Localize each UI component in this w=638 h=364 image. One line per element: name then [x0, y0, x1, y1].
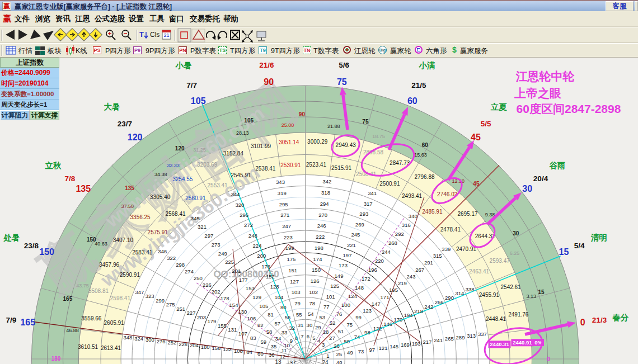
svg-text:2560.91: 2560.91	[185, 195, 206, 201]
svg-text:200: 200	[257, 253, 266, 259]
svg-text:5: 5	[312, 335, 315, 341]
svg-text:74: 74	[354, 334, 360, 340]
svg-text:21/5: 21/5	[411, 81, 426, 89]
svg-text:0: 0	[580, 318, 585, 327]
svg-text:84: 84	[246, 349, 252, 355]
svg-text:2568.41: 2568.41	[165, 211, 186, 217]
svg-text:246: 246	[317, 223, 326, 229]
svg-text:195: 195	[389, 287, 398, 293]
svg-text:9: 9	[290, 338, 293, 344]
svg-text:78: 78	[309, 300, 316, 306]
svg-text:45: 45	[473, 181, 480, 187]
svg-text:153: 153	[246, 285, 255, 291]
svg-text:15.63: 15.63	[414, 152, 427, 158]
svg-text:242: 242	[424, 304, 433, 310]
svg-text:135: 135	[76, 184, 91, 193]
svg-text:53: 53	[319, 314, 325, 320]
svg-text:30: 30	[513, 230, 519, 237]
svg-text:125: 125	[330, 283, 339, 289]
svg-text:3254.55: 3254.55	[172, 176, 193, 182]
svg-text:131: 131	[228, 327, 237, 333]
svg-text:202: 202	[212, 289, 221, 295]
svg-text:219: 219	[398, 280, 407, 286]
svg-text:56: 56	[285, 314, 291, 320]
svg-text:295: 295	[279, 201, 288, 207]
svg-text:2493.41: 2493.41	[402, 193, 423, 199]
svg-text:3051.14: 3051.14	[279, 139, 299, 145]
svg-text:102: 102	[309, 289, 318, 295]
svg-text:81: 81	[268, 311, 274, 318]
svg-text:90: 90	[299, 111, 306, 117]
svg-text:251: 251	[176, 306, 185, 312]
svg-text:275: 275	[166, 301, 175, 308]
svg-text:315: 315	[433, 253, 442, 259]
svg-text:2847.73: 2847.73	[390, 160, 410, 166]
svg-text:50: 50	[344, 338, 350, 344]
svg-text:220: 220	[375, 258, 384, 264]
svg-text:28: 28	[323, 329, 329, 335]
svg-text:105: 105	[259, 303, 268, 309]
svg-text:245: 245	[351, 231, 360, 238]
svg-text:343: 343	[276, 179, 285, 185]
svg-text:128: 128	[270, 283, 279, 290]
svg-text:248: 248	[248, 233, 257, 239]
svg-text:18.75: 18.75	[372, 134, 385, 139]
svg-text:29: 29	[315, 324, 321, 330]
svg-text:25: 25	[336, 351, 342, 357]
svg-text:276: 276	[157, 338, 166, 344]
svg-text:177: 177	[239, 277, 248, 283]
svg-text:5/4: 5/4	[574, 242, 585, 250]
svg-text:204: 204	[190, 342, 199, 348]
svg-text:2470.91: 2470.91	[456, 246, 477, 252]
svg-text:大暑: 大暑	[104, 102, 120, 111]
svg-text:34.38: 34.38	[154, 172, 167, 177]
svg-text:3: 3	[322, 342, 325, 348]
svg-text:0: 0	[547, 356, 550, 362]
svg-text:2478.41: 2478.41	[440, 226, 461, 233]
svg-text:228: 228	[179, 341, 187, 347]
svg-text:341: 341	[368, 190, 377, 196]
svg-text:148: 148	[355, 285, 364, 291]
svg-text:立秋: 立秋	[44, 161, 62, 170]
svg-text:127: 127	[290, 278, 299, 285]
svg-text:37.50: 37.50	[121, 204, 134, 209]
svg-text:2485.91: 2485.91	[422, 209, 443, 215]
svg-text:45: 45	[471, 133, 481, 142]
svg-text:107: 107	[238, 330, 247, 337]
svg-text:15: 15	[538, 289, 545, 295]
svg-text:13: 13	[275, 359, 282, 364]
svg-text:155: 155	[218, 323, 227, 329]
svg-text:243: 243	[407, 273, 416, 280]
svg-text:101: 101	[326, 294, 335, 300]
svg-text:273: 273	[212, 242, 221, 248]
svg-text:小暑: 小暑	[175, 61, 192, 70]
svg-text:小满: 小满	[418, 61, 435, 70]
svg-text:2949.43: 2949.43	[336, 142, 356, 148]
svg-text:222: 222	[316, 234, 325, 240]
svg-text:5/5: 5/5	[481, 120, 491, 128]
svg-text:36: 36	[269, 352, 275, 358]
svg-text:267: 267	[415, 267, 424, 273]
svg-text:2530.91: 2530.91	[280, 162, 301, 168]
svg-text:2440.91: 2440.91	[513, 339, 532, 346]
svg-text:7/7: 7/7	[186, 81, 197, 89]
svg-text:立夏: 立夏	[490, 102, 508, 111]
svg-text:292: 292	[395, 231, 404, 237]
svg-text:2523.41: 2523.41	[306, 162, 327, 168]
svg-text:60: 60	[407, 96, 417, 106]
svg-text:249: 249	[218, 250, 227, 257]
svg-text:2583.41: 2583.41	[132, 249, 153, 256]
svg-text:59: 59	[260, 339, 266, 345]
svg-text:2538.41: 2538.41	[255, 166, 276, 172]
svg-text:7: 7	[301, 333, 303, 339]
svg-text:203: 203	[197, 314, 206, 320]
svg-text:21/3: 21/3	[592, 316, 607, 324]
svg-text:156: 156	[212, 345, 221, 351]
svg-text:3356.25: 3356.25	[130, 214, 151, 220]
svg-text:124: 124	[348, 293, 357, 299]
svg-text:317: 317	[364, 201, 373, 207]
svg-text:299: 299	[156, 297, 165, 304]
svg-text:2590.91: 2590.91	[120, 272, 140, 278]
svg-text:269: 269	[355, 221, 364, 228]
svg-text:289: 289	[456, 334, 465, 341]
